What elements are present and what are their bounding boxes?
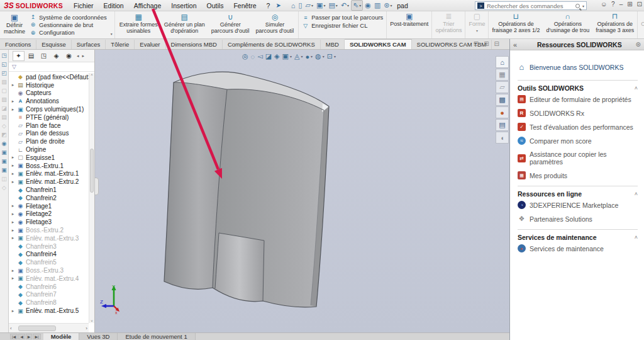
- dropdown-caret-icon[interactable]: ▾: [290, 54, 292, 59]
- taskpane-link[interactable]: SOLIDWORKS Rx: [518, 109, 638, 117]
- expand-arrow-icon[interactable]: ▸: [11, 179, 15, 184]
- commandmanager-tab[interactable]: Compléments de SOLIDWORKS: [223, 40, 321, 49]
- expand-arrow-icon[interactable]: ▸: [11, 171, 15, 176]
- tree-item[interactable]: ▸ Filetage3: [9, 218, 89, 226]
- bottom-tab[interactable]: Etude de mouvement 1: [118, 333, 195, 340]
- graphics-viewport[interactable]: ◎ ▾ ◌ ▾ ◅ ▾ ◪ ▾ ◈: [95, 50, 509, 332]
- commandmanager-tab[interactable]: SOLIDWORKS CAM: [345, 39, 412, 49]
- tree-item[interactable]: ▸ Boss.-Extru.3: [9, 266, 89, 275]
- collapse-section-icon[interactable]: ˄: [635, 85, 638, 91]
- collapse-pane-icon[interactable]: «: [513, 41, 523, 48]
- tree-item[interactable]: Plan de droite: [9, 137, 89, 145]
- tree-item[interactable]: ▸ Enlèv. mat.-Extru.5: [9, 307, 89, 315]
- ribbon-stack-button[interactable]: ↥ Système de coordonnées: [30, 13, 107, 21]
- sheet-nav-icon[interactable]: ◀: [18, 334, 25, 339]
- expand-arrow-icon[interactable]: ▸: [11, 99, 15, 104]
- cam-stock-icon[interactable]: ◱: [1, 61, 7, 67]
- pane-expand-icon[interactable]: ⊞: [484, 40, 489, 47]
- commandmanager-tab[interactable]: Evaluer: [135, 40, 165, 49]
- stack-caret-icon[interactable]: ▼: [110, 32, 113, 36]
- taskpane-link[interactable]: Test d'évaluation des performances: [518, 123, 638, 131]
- ribbon-button[interactable]: ⊔ Opérations de fraisage 2 axes 1/2 ▾: [488, 11, 543, 38]
- tree-item[interactable]: ▸ Historique: [9, 81, 89, 89]
- appearances-tab-icon[interactable]: ●: [496, 106, 509, 118]
- extra-tool-icon-2[interactable]: ◇: [2, 184, 6, 191]
- feature-tool-icon-3[interactable]: ▨: [1, 96, 7, 103]
- tree-item[interactable]: Chanfrein1: [9, 186, 89, 194]
- tree-item[interactable]: ▸ Enlèv. mat.-Extru.1: [9, 170, 89, 178]
- bottom-tab[interactable]: Modèle: [43, 333, 80, 340]
- expand-arrow-icon[interactable]: ▸: [11, 82, 15, 88]
- extra-tool-icon-1[interactable]: ◫: [1, 176, 7, 182]
- feature-tool-icon-5[interactable]: ▤: [1, 114, 7, 120]
- property-manager-tab-icon[interactable]: ▤: [25, 51, 37, 61]
- ribbon-stack-button[interactable]: ▽ Enregistrer fichier CL: [302, 21, 383, 30]
- ribbon-button[interactable]: ≣ Trier opérations ▾: [431, 11, 465, 38]
- expand-arrow-icon[interactable]: ▸: [11, 203, 15, 208]
- sheet-nav-icon[interactable]: ▶|: [33, 334, 40, 339]
- pin-tool-icon[interactable]: ◉: [2, 140, 7, 147]
- part-3d-model[interactable]: [95, 50, 509, 332]
- welcome-link[interactable]: Bienvenue dans SOLIDWORKS: [518, 63, 638, 71]
- expand-arrow-icon[interactable]: ▸: [11, 228, 15, 233]
- ribbon-button[interactable]: ◎ Simuler parcours d'outil: [253, 12, 297, 38]
- ribbon-button[interactable]: ∪ Générer parcours d'outil: [208, 12, 253, 38]
- bottom-tab[interactable]: Vues 3D: [79, 333, 118, 340]
- tree-item[interactable]: Chanfrein7: [9, 291, 89, 299]
- resources-tab-icon[interactable]: ⌂: [496, 56, 509, 68]
- ribbon-button[interactable]: ▤ Générer un plan d'opération: [161, 12, 208, 38]
- menu-item[interactable]: Fichier: [69, 1, 98, 11]
- gear-icon[interactable]: ⊛: [636, 41, 641, 48]
- scrollbar-thumb[interactable]: [18, 326, 56, 331]
- taskpane-link[interactable]: Editeur de formulaire de propriétés: [518, 95, 638, 103]
- commandmanager-tab[interactable]: Tôlerie: [106, 40, 135, 49]
- ribbon-button[interactable]: ▭ Opération... ▾: [637, 11, 644, 38]
- cam-machine-icon[interactable]: ◳: [1, 52, 7, 59]
- dropdown-caret-icon[interactable]: ▾: [334, 54, 336, 59]
- sheet-nav-icon[interactable]: |◀: [10, 334, 18, 339]
- search-caret-icon[interactable]: ▾: [582, 4, 584, 8]
- help-icon[interactable]: ?: [611, 1, 615, 8]
- tree-horizontal-scrollbar[interactable]: ‹ ›: [9, 323, 89, 332]
- tree-item[interactable]: Chanfrein8: [9, 298, 89, 307]
- expand-arrow-icon[interactable]: ▸: [11, 212, 15, 217]
- taskpane-link[interactable]: Comparer mon score: [518, 137, 638, 145]
- feature-manager-tab-icon[interactable]: ✦: [13, 51, 25, 61]
- tree-item[interactable]: Plan de face: [9, 122, 89, 130]
- feature-tool-icon-2[interactable]: ▢: [1, 88, 7, 94]
- collapse-section-icon[interactable]: ˄: [635, 191, 638, 197]
- tree-item[interactable]: ▸ Boss.-Extru.1: [9, 162, 89, 170]
- taskpane-link[interactable]: Mes produits: [518, 171, 638, 179]
- dropdown-caret-icon[interactable]: ▾: [336, 3, 338, 8]
- dropdown-caret-icon[interactable]: ▾: [323, 3, 325, 8]
- dimxpert-manager-tab-icon[interactable]: ◈: [50, 51, 62, 61]
- tree-item[interactable]: ▸ Enlèv. mat.-Extru.2: [9, 178, 89, 186]
- tree-item[interactable]: ▸ Enlèv. mat.-Extru.4: [9, 275, 89, 283]
- menu-item[interactable]: Fenêtre: [229, 1, 260, 11]
- windows-icon[interactable]: ⊡: [637, 1, 642, 8]
- search-icon[interactable]: [575, 4, 580, 8]
- dropdown-caret-icon[interactable]: ▾: [347, 3, 349, 8]
- menu-item[interactable]: Edition: [99, 1, 128, 11]
- design-library-tab-icon[interactable]: ▦: [496, 69, 509, 81]
- tabs-scroll-right-icon[interactable]: ▸: [81, 54, 86, 59]
- feature-tool-icon-1[interactable]: ▧: [1, 79, 7, 85]
- view-tool-icon-2[interactable]: ▣: [1, 158, 7, 164]
- scroll-right-icon[interactable]: ›: [86, 326, 87, 331]
- menu-item[interactable]: Outils: [203, 1, 228, 11]
- scrollbar-thumb[interactable]: [90, 149, 94, 193]
- minimize-icon[interactable]: –: [619, 1, 623, 8]
- expand-arrow-icon[interactable]: ▸: [11, 163, 15, 168]
- cam-setup-icon[interactable]: ◰: [1, 70, 7, 76]
- commandmanager-tab[interactable]: Fonctions: [0, 40, 36, 49]
- sheet-nav-icon[interactable]: ▶: [26, 334, 33, 339]
- menu-item[interactable]: Insertion: [167, 1, 201, 11]
- ribbon-button[interactable]: ▣ Post-traitement ▾: [387, 11, 431, 38]
- tree-item[interactable]: PTFE (général): [9, 113, 89, 122]
- dropdown-caret-icon[interactable]: ▾: [311, 3, 313, 8]
- display-manager-tab-icon[interactable]: ◉: [63, 51, 75, 61]
- file-explorer-tab-icon[interactable]: ▱: [496, 81, 509, 93]
- tree-item[interactable]: Chanfrein2: [9, 194, 89, 202]
- tree-item[interactable]: Chanfrein3: [9, 242, 89, 251]
- taskpane-link[interactable]: Services de maintenance: [518, 244, 638, 252]
